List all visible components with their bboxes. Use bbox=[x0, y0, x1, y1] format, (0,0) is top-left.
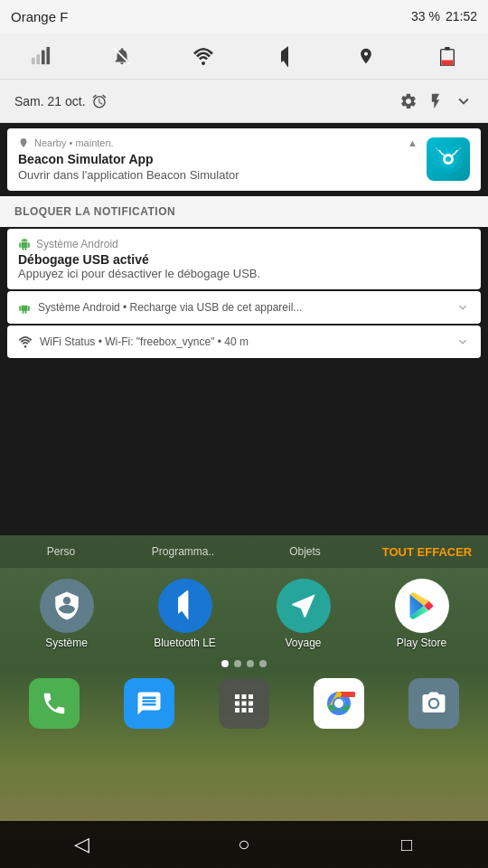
block-notification-label[interactable]: BLOQUER LA NOTIFICATION bbox=[0, 196, 488, 227]
location-icon bbox=[346, 36, 386, 76]
app-voyage[interactable]: Voyage bbox=[263, 579, 344, 649]
usb-debug-header: Système Android bbox=[18, 238, 470, 250]
android-icon bbox=[18, 238, 31, 250]
settings-icon[interactable] bbox=[399, 92, 418, 110]
signal-icon bbox=[21, 36, 61, 76]
usb-charge-left: Système Android • Recharge via USB de ce… bbox=[18, 301, 302, 314]
tout-effacer-button[interactable]: TOUT EFFACER bbox=[366, 535, 488, 568]
notif-title: Beacon Simulator App bbox=[18, 152, 418, 166]
quick-date: Sam. 21 oct. bbox=[14, 93, 108, 109]
alarm-icon bbox=[91, 93, 108, 109]
usb-debug-source: Système Android bbox=[36, 238, 118, 250]
wifi-notif-left: WiFi Status • Wi-Fi: "freebox_vynce" • 4… bbox=[18, 335, 249, 348]
usb-debug-notification[interactable]: Système Android Débogage USB activé Appu… bbox=[7, 229, 481, 289]
wifi-icon bbox=[183, 36, 223, 76]
notif-expand-arrow: ▲ bbox=[408, 137, 418, 148]
tab-objets[interactable]: Objets bbox=[244, 535, 366, 568]
chevron-down-wifi-icon[interactable] bbox=[455, 335, 470, 349]
silent-icon bbox=[102, 36, 142, 76]
page-dots bbox=[0, 660, 488, 667]
home-button[interactable]: ○ bbox=[226, 826, 262, 863]
icon-row bbox=[0, 33, 488, 80]
svg-point-13 bbox=[24, 345, 27, 348]
usb-charge-notification[interactable]: Système Android • Recharge via USB de ce… bbox=[7, 291, 481, 324]
quick-actions bbox=[399, 91, 474, 111]
app-systeme[interactable]: Système bbox=[26, 579, 108, 649]
usb-debug-title: Débogage USB activé bbox=[18, 252, 470, 267]
flash-icon bbox=[427, 92, 445, 110]
systeme-icon bbox=[40, 579, 94, 633]
app-messages[interactable] bbox=[124, 678, 174, 729]
android-charge-icon bbox=[18, 301, 31, 314]
app-camera[interactable] bbox=[408, 678, 459, 729]
notif-subtitle: Ouvrir dans l'application Beacon Simulat… bbox=[18, 168, 418, 182]
dot-3 bbox=[247, 660, 254, 667]
carrier-label: Orange F bbox=[11, 9, 68, 24]
usb-debug-body: Appuyez ici pour désactiver le débogage … bbox=[18, 267, 470, 280]
bluetooth-le-icon bbox=[158, 579, 212, 633]
svg-point-5 bbox=[202, 61, 205, 65]
dot-4 bbox=[259, 660, 267, 667]
time-label: 21:52 bbox=[446, 9, 477, 24]
svg-rect-2 bbox=[42, 50, 45, 64]
bluetooth-status-icon bbox=[265, 36, 305, 76]
app-play-store[interactable]: Play Store bbox=[381, 579, 463, 649]
beacon-notification[interactable]: Nearby • mainten. ▲ Beacon Simulator App… bbox=[7, 128, 481, 191]
battery-label: 33 % bbox=[411, 9, 440, 24]
svg-point-12 bbox=[446, 156, 451, 162]
notif-source: Nearby • mainten. bbox=[34, 137, 114, 148]
play-store-icon bbox=[395, 579, 449, 633]
date-label: Sam. 21 oct. bbox=[14, 94, 86, 108]
beacon-icon bbox=[432, 143, 465, 175]
voyage-icon bbox=[277, 579, 331, 633]
svg-rect-3 bbox=[46, 46, 50, 63]
bottom-apps-row bbox=[0, 671, 488, 740]
svg-rect-8 bbox=[442, 60, 454, 65]
svg-rect-1 bbox=[36, 54, 40, 64]
recents-button[interactable]: □ bbox=[389, 826, 425, 863]
voyage-label: Voyage bbox=[285, 637, 321, 649]
wifi-notif-text: WiFi Status • Wi-Fi: "freebox_vynce" • 4… bbox=[40, 335, 249, 348]
wifi-notification[interactable]: WiFi Status • Wi-Fi: "freebox_vynce" • 4… bbox=[7, 326, 481, 358]
nearby-icon bbox=[18, 137, 29, 148]
systeme-label: Système bbox=[45, 637, 88, 649]
app-phone[interactable] bbox=[29, 678, 80, 729]
svg-rect-7 bbox=[445, 46, 450, 50]
wifi-notif-icon bbox=[18, 335, 33, 348]
app-bluetooth-le[interactable]: Bluetooth LE bbox=[145, 579, 226, 649]
tab-programma[interactable]: Programma.. bbox=[122, 535, 244, 568]
svg-rect-0 bbox=[32, 57, 35, 63]
status-bar: Orange F 33 % 21:52 bbox=[0, 0, 488, 33]
dot-2 bbox=[234, 660, 241, 667]
svg-point-17 bbox=[334, 699, 343, 708]
tabs-row: Perso Programma.. Objets TOUT EFFACER bbox=[0, 535, 488, 568]
play-store-label: Play Store bbox=[397, 637, 446, 649]
quick-settings-row: Sam. 21 oct. bbox=[0, 80, 488, 123]
app-chrome[interactable] bbox=[314, 678, 364, 729]
app-drawer-button[interactable] bbox=[219, 678, 269, 729]
nav-bar: ◁ ○ □ bbox=[0, 821, 488, 868]
battery-status-icon bbox=[427, 36, 467, 76]
expand-icon[interactable] bbox=[454, 91, 474, 111]
app-icons-row: Système Bluetooth LE Voyage bbox=[0, 568, 488, 653]
home-screen: Perso Programma.. Objets TOUT EFFACER Sy… bbox=[0, 535, 488, 868]
back-button[interactable]: ◁ bbox=[63, 826, 99, 863]
usb-charge-text: Système Android • Recharge via USB de ce… bbox=[38, 301, 302, 314]
status-right: 33 % 21:52 bbox=[411, 9, 477, 24]
bluetooth-le-label: Bluetooth LE bbox=[154, 637, 216, 649]
notif-header: Nearby • mainten. ▲ bbox=[18, 137, 418, 148]
tab-perso[interactable]: Perso bbox=[0, 535, 122, 568]
beacon-app-icon bbox=[427, 137, 470, 181]
chevron-down-usb-icon[interactable] bbox=[455, 300, 470, 315]
dot-1 bbox=[221, 660, 229, 667]
